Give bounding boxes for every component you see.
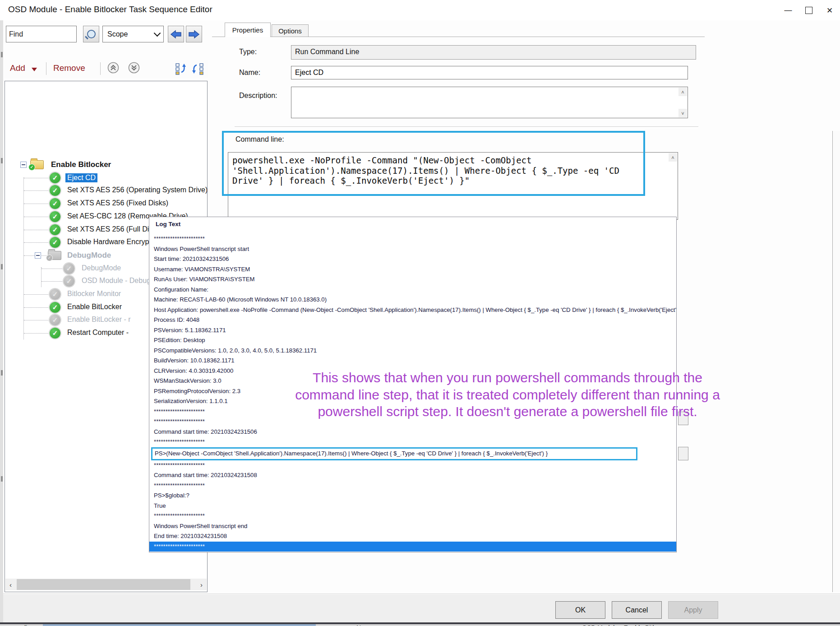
- cancel-button[interactable]: Cancel: [612, 601, 662, 619]
- log-line[interactable]: **********************: [149, 542, 676, 552]
- log-line[interactable]: PSVersion: 5.1.18362.1171: [154, 325, 673, 336]
- scroll-up-icon[interactable]: ˄: [669, 153, 677, 162]
- scroll-right-button[interactable]: ›: [196, 579, 207, 590]
- find-previous-button[interactable]: [168, 26, 184, 42]
- log-line[interactable]: PS>(New-Object -ComObject 'Shell.Applica…: [151, 447, 637, 460]
- search-icon: [87, 30, 96, 38]
- command-line-label: Command line:: [235, 135, 284, 144]
- tree-toolbar: Add Remove: [5, 60, 208, 78]
- check-icon: ✓: [50, 237, 60, 248]
- description-input[interactable]: ˄ ˅: [291, 87, 688, 118]
- folder-icon: ✓: [48, 251, 61, 260]
- scroll-left-icon: ‹: [9, 581, 12, 589]
- log-line[interactable]: True: [154, 501, 673, 511]
- collapse-all-button[interactable]: [175, 62, 188, 75]
- move-down-button[interactable]: [128, 62, 140, 74]
- background-window-strip: a compliance N OSD Module - Enable Bitl: [0, 624, 840, 626]
- tree-horizontal-scrollbar[interactable]: ‹ ›: [5, 579, 207, 590]
- log-line[interactable]: RunAs User: VIAMONSTRA\SYSTEM: [154, 274, 673, 285]
- tree-connector: [42, 269, 62, 269]
- find-input[interactable]: [6, 26, 77, 42]
- log-line[interactable]: End time: 20210324231508: [154, 531, 673, 542]
- log-line[interactable]: Command start time: 20210324231506: [154, 427, 673, 437]
- log-line[interactable]: **********************: [154, 460, 673, 471]
- apply-button: Apply: [668, 601, 718, 619]
- add-button[interactable]: Add: [10, 63, 25, 73]
- remove-button[interactable]: Remove: [53, 63, 85, 73]
- tab-options[interactable]: Options: [272, 24, 309, 37]
- log-column-header: Log Text: [156, 221, 180, 227]
- background-text-fragment: N: [356, 624, 361, 626]
- tree-item[interactable]: ✓ Set XTS AES 256 (Fixed Disks): [5, 197, 206, 210]
- log-line[interactable]: **********************: [154, 511, 673, 521]
- collapse-expander-icon[interactable]: [20, 162, 27, 168]
- close-button[interactable]: ✕: [819, 3, 840, 18]
- minimize-button[interactable]: —: [778, 3, 798, 18]
- tree-connector: [24, 333, 48, 334]
- check-icon: ✓: [50, 185, 60, 196]
- tree-item-label: Enable Bitlocker: [51, 160, 111, 169]
- find-next-button[interactable]: [186, 26, 202, 42]
- log-line[interactable]: Configuration Name:: [154, 285, 673, 295]
- check-icon: ✓: [64, 263, 74, 274]
- tree-item-label: Restart Computer -: [67, 329, 129, 337]
- tree-item-label: Eject CD: [65, 173, 97, 182]
- tree-connector: [24, 294, 48, 295]
- description-label: Description:: [239, 92, 277, 100]
- tree-item-label: Enable BitLocker - r: [67, 315, 131, 324]
- background-text-fragment: a compliance: [4, 624, 41, 626]
- section-separator: [235, 126, 698, 128]
- ok-button[interactable]: OK: [555, 601, 605, 619]
- search-button[interactable]: [83, 26, 99, 42]
- scroll-up-icon[interactable]: ˄: [678, 88, 687, 96]
- tree-item-label: Enable BitLocker: [67, 303, 122, 311]
- scroll-down-icon[interactable]: ˅: [678, 109, 687, 117]
- collapse-expander-icon[interactable]: [35, 252, 41, 259]
- check-icon: ✓: [50, 328, 60, 339]
- check-icon: ✓: [64, 276, 74, 287]
- log-line[interactable]: PSCompatibleVersions: 1.0, 2.0, 3.0, 4.0…: [154, 346, 673, 356]
- name-label: Name:: [239, 69, 260, 77]
- hidden-field-fragment: [678, 447, 688, 460]
- log-line[interactable]: Windows PowerShell transcript end: [154, 521, 673, 532]
- tab-properties[interactable]: Properties: [225, 23, 271, 37]
- tree-item[interactable]: ✓ Enable Bitlocker: [5, 158, 206, 171]
- scrollbar-thumb[interactable]: [17, 579, 190, 590]
- log-line[interactable]: Start time: 20210324231506: [154, 254, 673, 264]
- tree-item[interactable]: ✓ Eject CD: [5, 172, 206, 184]
- log-line[interactable]: Username: VIAMONSTRA\SYSTEM: [154, 264, 673, 275]
- log-line[interactable]: **********************: [154, 481, 673, 491]
- tree-item-label: DebugMode: [67, 251, 111, 260]
- log-line[interactable]: BuildVersion: 10.0.18362.1171: [154, 356, 673, 366]
- log-line[interactable]: Command start time: 20210324231508: [154, 470, 673, 481]
- log-line[interactable]: Machine: RECAST-LAB-60 (Microsoft Window…: [154, 295, 673, 305]
- log-line[interactable]: **********************: [154, 234, 673, 244]
- tree-item[interactable]: ✓ Set XTS AES 256 (Operating System Driv…: [5, 184, 206, 197]
- annotation-text: This shows that when you run powershell …: [239, 369, 776, 420]
- expand-all-button[interactable]: [191, 62, 204, 75]
- check-icon: ✓: [50, 289, 60, 300]
- arrow-left-icon: [171, 30, 181, 39]
- scroll-left-button[interactable]: ‹: [5, 579, 16, 590]
- log-line[interactable]: Process ID: 4048: [154, 315, 673, 325]
- type-label: Type:: [239, 48, 257, 56]
- maximize-button[interactable]: [798, 3, 819, 18]
- tree-item-label: Set XTS AES 256 (Fixed Disks): [67, 199, 168, 207]
- toolbar-separator: [46, 62, 46, 75]
- scope-dropdown[interactable]: Scope: [102, 26, 164, 42]
- tree-connector: [24, 178, 48, 178]
- log-line[interactable]: Host Application: powershell.exe -NoProf…: [154, 305, 673, 315]
- log-line[interactable]: Windows PowerShell transcript start: [154, 244, 673, 255]
- chevron-down-icon: [154, 29, 161, 37]
- log-line[interactable]: PS>$global:?: [154, 491, 673, 501]
- name-input[interactable]: [291, 66, 688, 79]
- move-up-button[interactable]: [107, 62, 119, 74]
- tree-item-label: Bitlocker Monitor: [67, 290, 121, 298]
- close-icon: ✕: [826, 6, 833, 15]
- log-line[interactable]: PSEdition: Desktop: [154, 335, 673, 346]
- tree-connector: [24, 307, 48, 308]
- log-line[interactable]: **********************: [154, 437, 673, 447]
- arrow-right-icon: [189, 30, 199, 39]
- add-dropdown-caret-icon[interactable]: [32, 68, 37, 74]
- window-title: OSD Module - Enable Bitlocker Task Seque…: [8, 5, 212, 14]
